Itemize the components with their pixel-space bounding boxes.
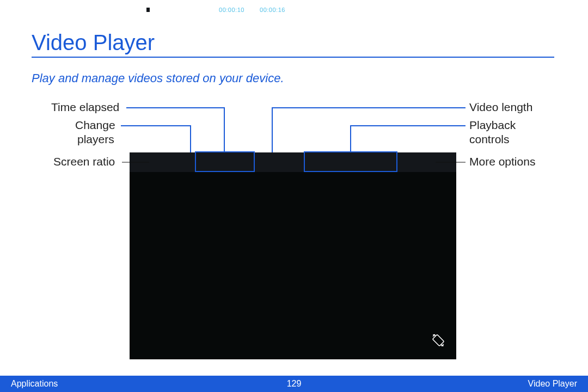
- footer-bar: Applications 129 Video Player: [0, 376, 588, 392]
- footer-topic: Video Player: [528, 379, 577, 389]
- rotate-icon: [430, 332, 446, 348]
- rotate-button[interactable]: [430, 332, 446, 348]
- footer-section: Applications: [11, 379, 58, 389]
- footer-page-number: 129: [0, 379, 588, 389]
- leader-lines: [0, 0, 588, 392]
- svg-rect-14: [432, 334, 444, 346]
